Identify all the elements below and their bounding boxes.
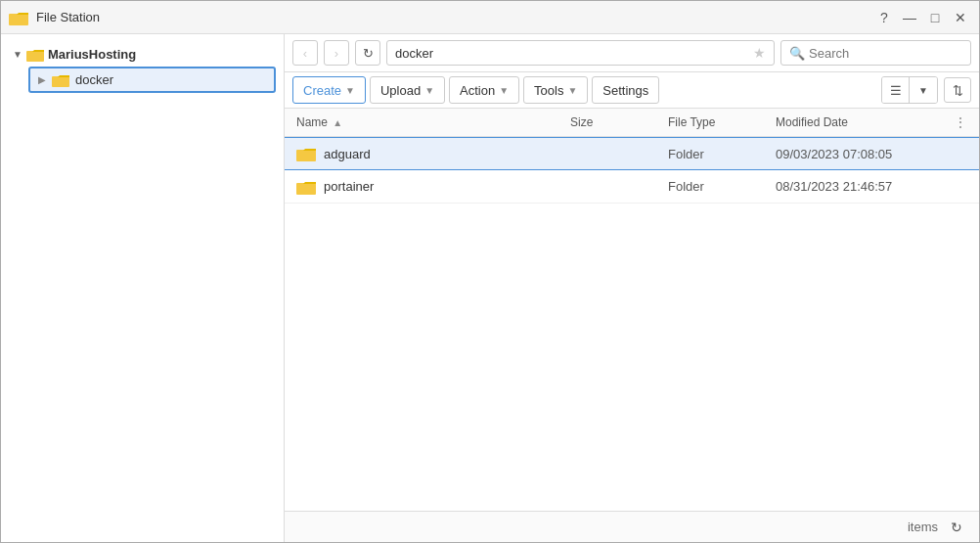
forward-button[interactable]: › [324, 40, 349, 66]
folder-icon [296, 179, 316, 195]
close-button[interactable]: ✕ [950, 7, 971, 28]
file-date-cell: 09/03/2023 07:08:05 [776, 147, 967, 161]
status-refresh-button[interactable]: ↻ [946, 517, 967, 538]
svg-rect-3 [296, 150, 316, 161]
svg-rect-4 [296, 183, 316, 195]
docker-folder-icon [52, 73, 69, 87]
column-header-date: Modified Date [776, 115, 948, 129]
upload-dropdown-arrow: ▼ [424, 85, 434, 96]
action-dropdown-arrow: ▼ [499, 85, 509, 96]
table-row[interactable]: portainer Folder 08/31/2023 21:46:57 [285, 170, 979, 204]
create-button[interactable]: Create ▼ [292, 76, 366, 104]
back-button[interactable]: ‹ [292, 40, 318, 66]
sidebar-item-docker[interactable]: ▶ docker [28, 67, 276, 93]
column-header-type: File Type [668, 115, 776, 129]
path-bar: docker ★ [386, 40, 775, 66]
root-folder-icon [26, 48, 44, 62]
search-bar: 🔍 [780, 40, 971, 66]
main-content: ▼ MariusHosting ▶ docker [1, 34, 979, 542]
file-list-area: Name ▲ Size File Type Modified Date ⋮ [285, 109, 979, 511]
search-input[interactable] [809, 46, 962, 61]
settings-button[interactable]: Settings [592, 76, 659, 104]
sidebar-item-docker-label[interactable]: ▶ docker [28, 67, 276, 93]
status-text: items [908, 520, 938, 534]
column-more-icon: ⋮ [948, 114, 967, 130]
column-header-size: Size [570, 115, 668, 129]
sidebar-item-docker-name: docker [75, 72, 113, 87]
sidebar-root: ▼ MariusHosting ▶ docker [1, 40, 284, 97]
toolbar-actions: Create ▼ Upload ▼ Action ▼ Tools ▼ Setti… [285, 72, 979, 109]
file-name-cell: portainer [296, 179, 570, 195]
sidebar: ▼ MariusHosting ▶ docker [1, 34, 285, 542]
file-name-cell: adguard [296, 146, 570, 161]
sort-button[interactable]: ⇅ [944, 77, 971, 103]
title-bar: File Station ? — □ ✕ [1, 1, 979, 34]
file-type-cell: Folder [668, 147, 776, 161]
status-bar: items ↻ [285, 511, 979, 542]
toolbar-top: ‹ › ↻ docker ★ 🔍 [285, 34, 979, 72]
search-icon: 🔍 [789, 46, 805, 61]
table-row[interactable]: adguard Folder 09/03/2023 07:08:05 [285, 137, 979, 170]
svg-rect-2 [52, 76, 69, 87]
action-button[interactable]: Action ▼ [449, 76, 519, 104]
refresh-button[interactable]: ↻ [355, 40, 380, 66]
item-arrow-icon: ▶ [38, 74, 46, 85]
create-dropdown-arrow: ▼ [345, 85, 355, 96]
minimize-button[interactable]: — [899, 7, 920, 28]
folder-icon [296, 146, 316, 161]
path-text: docker [395, 46, 753, 61]
app-icon [9, 8, 28, 27]
view-controls: ☰ ▼ ⇅ [881, 76, 971, 104]
window-title: File Station [36, 10, 866, 24]
favorite-button[interactable]: ★ [753, 45, 766, 61]
sidebar-root-label[interactable]: ▼ MariusHosting [9, 44, 276, 65]
file-type-cell: Folder [668, 179, 776, 194]
expand-arrow-icon: ▼ [13, 49, 22, 60]
help-button[interactable]: ? [873, 7, 895, 28]
file-list-header: Name ▲ Size File Type Modified Date ⋮ [285, 109, 979, 137]
tools-button[interactable]: Tools ▼ [523, 76, 588, 104]
column-header-name: Name ▲ [296, 115, 570, 129]
sidebar-root-name: MariusHosting [48, 47, 136, 62]
file-date-cell: 08/31/2023 21:46:57 [776, 179, 967, 194]
list-view-dropdown[interactable]: ▼ [910, 77, 937, 103]
upload-button[interactable]: Upload ▼ [370, 76, 445, 104]
right-panel: ‹ › ↻ docker ★ 🔍 Create ▼ U [285, 34, 979, 542]
tools-dropdown-arrow: ▼ [567, 85, 577, 96]
list-view-button[interactable]: ☰ [882, 77, 910, 103]
file-station-window: File Station ? — □ ✕ ▼ MariusHosting [0, 0, 980, 543]
maximize-button[interactable]: □ [924, 7, 946, 28]
sort-arrow-icon: ▲ [333, 117, 342, 128]
window-controls: ? — □ ✕ [873, 7, 971, 28]
svg-rect-1 [26, 51, 44, 62]
svg-rect-0 [9, 14, 28, 25]
view-btn-group: ☰ ▼ [881, 76, 938, 104]
